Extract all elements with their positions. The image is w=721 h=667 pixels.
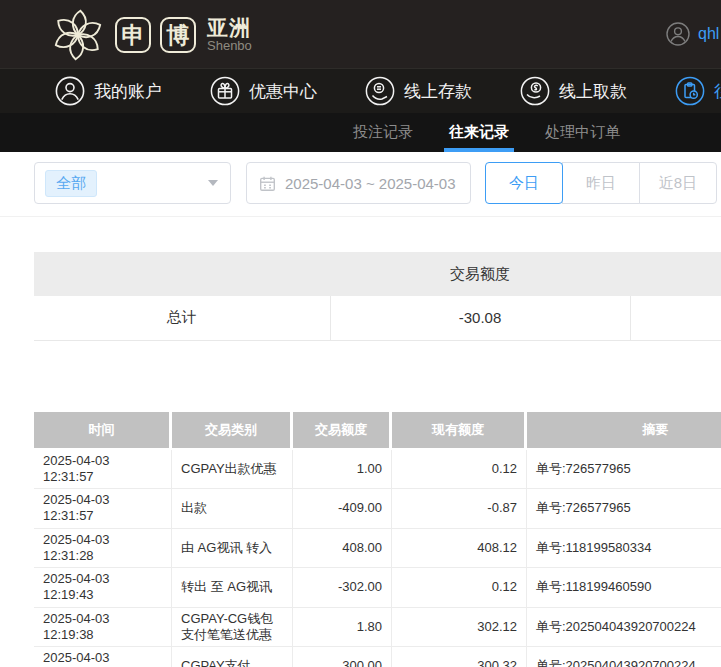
records-table: 时间 交易类别 交易额度 现有额度 摘要 2025-04-03 12:31:57…	[34, 412, 721, 667]
cell-type: CGPAY-CG钱包支付笔笔送优惠	[172, 608, 293, 648]
summary-table: 交易额度 总计 -30.08	[34, 252, 721, 341]
cell-balance: -0.87	[392, 489, 527, 529]
cell-type: 由 AG视讯 转入	[172, 529, 293, 569]
logo-char-box: 博	[160, 17, 196, 53]
nav-item-label: 线上取款	[559, 80, 627, 103]
cell-type: CGPAY出款优惠	[172, 450, 293, 490]
cell-amount: 300.00	[293, 647, 392, 667]
table-row: 2025-04-03 12:31:28 由 AG视讯 转入 408.00 408…	[34, 529, 721, 569]
main-nav: 我的账户 优惠中心 线上存款 线上取款	[0, 68, 721, 113]
col-header-balance: 现有额度	[392, 412, 527, 450]
quick-range-buttons: 今日 昨日 近8日	[485, 162, 717, 204]
cell-amount: -409.00	[293, 489, 392, 529]
nav-item-my-account[interactable]: 我的账户	[55, 76, 162, 106]
cell-amount: 1.80	[293, 608, 392, 648]
cell-time: 2025-04-03 12:19:38	[34, 608, 172, 648]
logo-char-box: 申	[115, 17, 151, 53]
col-header-type: 交易类别	[172, 412, 293, 450]
date-range-value: 2025-04-03 ~ 2025-04-03	[285, 175, 456, 192]
cell-time: 2025-04-03 12:31:57	[34, 489, 172, 529]
cell-balance: 0.12	[392, 568, 527, 608]
table-row: 2025-04-03 12:19:38 CGPAY-CG钱包支付笔笔送优惠 1.…	[34, 608, 721, 648]
category-select[interactable]: 全部	[34, 162, 231, 204]
summary-total-label: 总计	[34, 296, 330, 340]
cell-summary: 单号:202504043920700224	[527, 608, 721, 648]
tab-label: 往来记录	[449, 123, 509, 142]
deposit-icon	[365, 76, 395, 106]
cell-time: 2025-04-03 12:19:43	[34, 568, 172, 608]
brand-latin-name: Shenbo	[207, 39, 252, 53]
summary-header-row: 交易额度	[34, 252, 721, 296]
cell-summary: 单号:726577965	[527, 489, 721, 529]
chevron-down-icon	[208, 180, 218, 186]
col-header-summary: 摘要	[527, 412, 721, 450]
today-button[interactable]: 今日	[485, 162, 563, 204]
user-area[interactable]: qhl	[666, 22, 719, 46]
tab-transaction-records[interactable]: 往来记录	[449, 113, 509, 152]
calendar-icon	[259, 175, 276, 192]
brand-logo[interactable]: 申 博 亚洲 Shenbo	[50, 7, 252, 63]
selected-category-tag[interactable]: 全部	[45, 170, 97, 197]
tab-label: 处理中订单	[545, 123, 620, 142]
top-header: 申 博 亚洲 Shenbo qhl	[0, 0, 721, 68]
cell-type: 出款	[172, 489, 293, 529]
summary-empty-cell	[630, 296, 721, 340]
cell-time: 2025-04-03 12:31:28	[34, 529, 172, 569]
records-header-row: 时间 交易类别 交易额度 现有额度 摘要	[34, 412, 721, 450]
withdraw-icon	[520, 76, 550, 106]
tab-betting-records[interactable]: 投注记录	[353, 113, 413, 152]
summary-header-empty	[630, 252, 721, 296]
user-icon	[55, 76, 85, 106]
summary-header-empty	[34, 252, 330, 296]
nav-item-promotions[interactable]: 优惠中心	[210, 76, 317, 106]
nav-item-label: 优惠中心	[249, 80, 317, 103]
yesterday-button[interactable]: 昨日	[562, 162, 640, 204]
cell-amount: 1.00	[293, 450, 392, 490]
flower-logo-icon	[50, 7, 106, 63]
nav-item-transaction-records[interactable]: 往来记录	[675, 76, 721, 106]
date-range-picker[interactable]: 2025-04-03 ~ 2025-04-03	[246, 162, 471, 204]
cell-balance: 302.12	[392, 608, 527, 648]
cell-balance: 408.12	[392, 529, 527, 569]
nav-item-label: 往来记录	[714, 80, 721, 103]
nav-item-deposit[interactable]: 线上存款	[365, 76, 472, 106]
table-row: 2025-04-03 12:31:57 CGPAY出款优惠 1.00 0.12 …	[34, 450, 721, 490]
avatar-icon	[666, 22, 690, 46]
username[interactable]: qhl	[698, 25, 719, 43]
last-8-days-button[interactable]: 近8日	[639, 162, 717, 204]
cell-summary: 单号:202504043920700224	[527, 647, 721, 667]
cell-summary: 单号:726577965	[527, 450, 721, 490]
col-header-amount: 交易额度	[293, 412, 392, 450]
cell-type: CGPAY支付	[172, 647, 293, 667]
summary-total-value: -30.08	[330, 296, 630, 340]
table-row: 2025-04-03 12:19:43 转出 至 AG视讯 -302.00 0.…	[34, 568, 721, 608]
summary-header-amount: 交易额度	[330, 252, 630, 296]
cell-summary: 单号:118199580334	[527, 529, 721, 569]
gift-icon	[210, 76, 240, 106]
table-row: 2025-04-03 12:31:57 出款 -409.00 -0.87 单号:…	[34, 489, 721, 529]
nav-item-label: 线上存款	[404, 80, 472, 103]
nav-item-withdraw[interactable]: 线上取款	[520, 76, 627, 106]
table-row: 2025-04-03 12:19:38 CGPAY支付 300.00 300.3…	[34, 647, 721, 667]
nav-item-label: 我的账户	[94, 80, 162, 103]
brand-region: 亚洲	[207, 17, 252, 39]
cell-amount: 408.00	[293, 529, 392, 569]
records-icon	[675, 76, 705, 106]
cell-balance: 300.32	[392, 647, 527, 667]
summary-total-row: 总计 -30.08	[34, 296, 721, 340]
tab-label: 投注记录	[353, 123, 413, 142]
record-tabs: 投注记录 往来记录 处理中订单	[0, 113, 721, 152]
tab-pending-orders[interactable]: 处理中订单	[545, 113, 620, 152]
filter-section: 全部 2025-04-03 ~ 2025-04-03 今日 昨日 近8日	[0, 162, 721, 217]
cell-time: 2025-04-03 12:19:38	[34, 647, 172, 667]
cell-summary: 单号:118199460590	[527, 568, 721, 608]
cell-amount: -302.00	[293, 568, 392, 608]
col-header-time: 时间	[34, 412, 172, 450]
cell-time: 2025-04-03 12:31:57	[34, 450, 172, 490]
cell-type: 转出 至 AG视讯	[172, 568, 293, 608]
cell-balance: 0.12	[392, 450, 527, 490]
